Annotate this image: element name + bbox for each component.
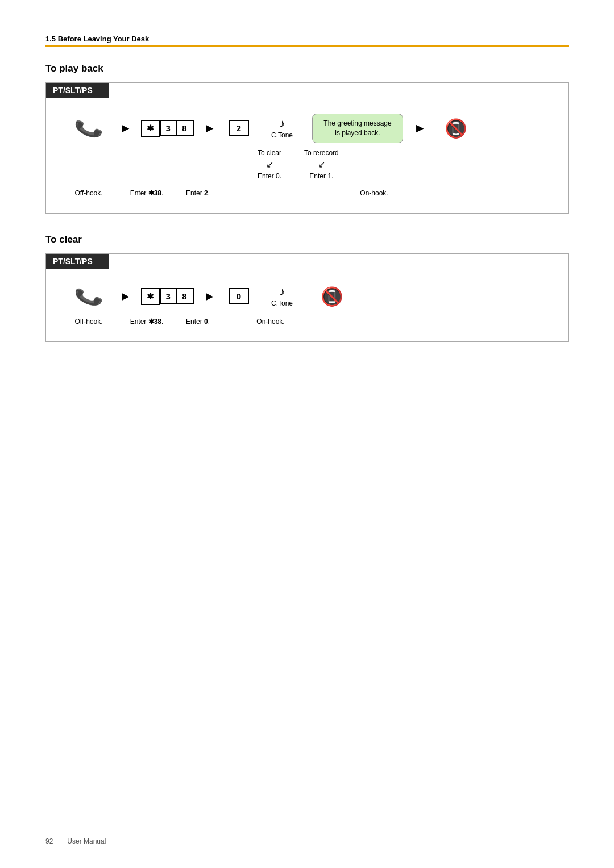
clear-diagram: PT/SLT/PS 📞 ▶ ✱ 3 8 ▶ 0: [45, 253, 569, 342]
section-header: 1.5 Before Leaving Your Desk: [45, 34, 569, 47]
playback-arrow2: ▶: [203, 123, 215, 133]
clear-key8: 8: [177, 288, 194, 304]
playback-onhook-lbl: On-hook.: [354, 189, 394, 197]
clear-enter0-lbl: Enter 0.: [185, 318, 211, 326]
clear-offhook-lbl: Off-hook.: [69, 318, 109, 326]
playback-key2-box: 2: [226, 120, 252, 136]
clear-ctone-label: C.Tone: [271, 299, 293, 307]
playback-ctone-label: C.Tone: [271, 131, 293, 139]
playback-torerecord-option: To rerecord ↙ Enter 1.: [304, 149, 339, 180]
footer-divider: [60, 837, 60, 845]
playback-enter2-lbl: Enter 2.: [185, 189, 211, 197]
playback-labels-row: Off-hook. Enter ✱38. Enter 2. On-hook.: [69, 189, 545, 197]
clear-labels-row: Off-hook. Enter ✱38. Enter 0. On-hook.: [69, 318, 545, 326]
playback-suboptions: To clear ↙ Enter 0. To rerecord ↙ Enter …: [69, 149, 545, 180]
playback-star38-lbl: Enter ✱38.: [121, 189, 172, 197]
playback-bubble-line1: The greeting message: [323, 119, 391, 127]
playback-key3: 3: [160, 120, 177, 136]
clear-star38-lbl: Enter ✱38.: [121, 318, 172, 326]
playback-diagram: PT/SLT/PS 📞 ▶ ✱ 3 8 ▶ 2: [45, 82, 569, 214]
clear-ctone: ♪ C.Tone: [262, 285, 302, 307]
playback-toclear-option: To clear ↙ Enter 0.: [258, 149, 281, 180]
clear-star38-keys: ✱ 3 8: [142, 288, 193, 305]
clear-key0: 0: [229, 288, 249, 304]
clear-onhook-lbl: On-hook.: [251, 318, 291, 326]
footer-page: 92: [45, 837, 53, 845]
playback-arrow3: ▶: [413, 123, 426, 133]
playback-offhook-lbl: Off-hook.: [69, 189, 109, 197]
playback-onhook-icon: 📵: [436, 118, 476, 139]
playback-toclear-arrow: ↙: [266, 159, 273, 170]
playback-enter0: Enter 0.: [258, 172, 281, 180]
playback-enter1: Enter 1.: [309, 172, 333, 180]
clear-offhook-icon: 📞: [69, 285, 109, 308]
section-header-text: 1.5 Before Leaving Your Desk: [45, 35, 149, 43]
footer-label: User Manual: [67, 837, 106, 845]
clear-key3: 3: [160, 288, 177, 304]
playback-torerecord-arrow: ↙: [318, 159, 325, 170]
playback-torerecord-label: To rerecord: [304, 149, 339, 157]
playback-pt-label: PT/SLT/PS: [46, 83, 109, 98]
playback-star38-keys: ✱ 3 8: [142, 120, 193, 137]
playback-ctone-icon: ♪: [279, 117, 285, 130]
clear-flow-row: 📞 ▶ ✱ 3 8 ▶ 0 ♪ C.Tone: [69, 285, 545, 308]
clear-ctone-icon: ♪: [279, 285, 285, 298]
clear-pt-label: PT/SLT/PS: [46, 254, 109, 269]
playback-key2: 2: [229, 120, 249, 136]
playback-star-key: ✱: [141, 120, 160, 137]
clear-arrow2: ▶: [203, 291, 215, 302]
clear-onhook-icon: 📵: [312, 286, 352, 307]
playback-title: To play back: [45, 63, 569, 74]
playback-bubble-line2: is played back.: [335, 129, 380, 137]
playback-key8: 8: [177, 120, 194, 136]
clear-star-key: ✱: [141, 288, 160, 305]
playback-toclear-label: To clear: [258, 149, 281, 157]
playback-bubble: The greeting message is played back.: [312, 114, 403, 143]
playback-ctone: ♪ C.Tone: [262, 117, 302, 139]
clear-title: To clear: [45, 234, 569, 245]
playback-arrow1: ▶: [119, 123, 131, 133]
playback-offhook-icon: 📞: [69, 116, 109, 140]
clear-arrow1: ▶: [119, 291, 131, 302]
footer: 92 User Manual: [45, 837, 106, 845]
clear-key0-box: 0: [226, 288, 252, 304]
playback-flow-row: 📞 ▶ ✱ 3 8 ▶ 2 ♪ C.Tone: [69, 114, 545, 143]
